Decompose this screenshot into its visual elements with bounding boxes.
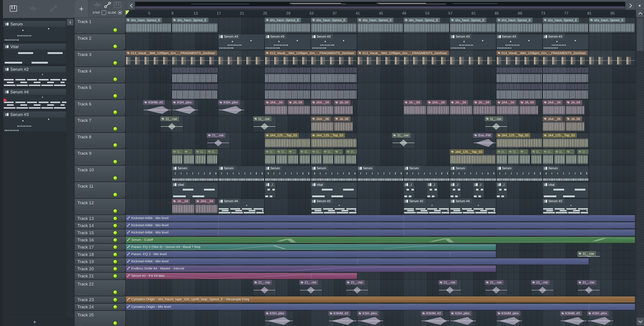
track-header[interactable]: Track 8... xyxy=(75,133,125,149)
track-header[interactable]: Track 21 xyxy=(75,273,125,279)
audio-clip[interactable]: 013_Vocal__Wet_120bpm_Gm_-_FRAGMENTS_Zen… xyxy=(265,51,357,66)
audio-clip[interactable]: 013_Vocal__Wet_120bpm_Gm_-_FRAGMENTS_Zen… xyxy=(357,51,496,66)
track-header[interactable]: Track 25... xyxy=(75,311,125,326)
pattern-clip[interactable]: Serum #4 xyxy=(450,199,496,215)
audio-clip[interactable]: shs_haun..Sprout_E xyxy=(265,18,311,33)
automation-clip[interactable]: Param. EQ 2 - Mix level xyxy=(126,251,496,257)
audio-clip[interactable]: D.. xyxy=(172,149,183,165)
audio-clip[interactable]: JA.._04 xyxy=(404,100,426,116)
pattern-header[interactable]: Serum #2 xyxy=(3,66,66,73)
audio-clip[interactable]: JA..04 xyxy=(288,100,310,116)
automation-clip[interactable]: Serum - Cutoff xyxy=(126,237,635,243)
audio-clip[interactable]: JA..04 xyxy=(334,100,354,116)
track-options-dots[interactable]: ... xyxy=(77,291,82,295)
pattern-clip[interactable]: ..l xyxy=(496,182,508,198)
playlist-grid[interactable]: shs_haun..Sprout_Eshs_haun..Sprout_Eshs_… xyxy=(126,18,636,326)
track-mute-led[interactable] xyxy=(113,28,117,32)
piano-roll-icon[interactable] xyxy=(114,2,121,9)
track-mute-led[interactable] xyxy=(113,110,117,114)
audio-clip[interactable]: JA4.._04 xyxy=(265,100,288,116)
automation-clip[interactable]: Endless Smile 64 - Master - Intensit xyxy=(126,266,496,272)
track-options-dots[interactable]: ... xyxy=(77,177,82,181)
audio-clip[interactable] xyxy=(496,67,542,83)
playlist-minimap-scrollbar[interactable] xyxy=(135,2,625,10)
pattern-clip[interactable]: Serum xyxy=(450,166,496,182)
track-options-dots[interactable]: ... xyxy=(77,210,82,214)
timeline-ruler[interactable]: 5913172125293337414549535761656973778185 xyxy=(126,10,636,18)
piano-roll-icon[interactable] xyxy=(8,4,18,14)
zoom-reset-button[interactable] xyxy=(636,2,644,10)
track-options-dots[interactable]: ... xyxy=(77,144,82,148)
picker-mode-button[interactable]: I xyxy=(67,19,74,26)
audio-clip[interactable]: JA.._04 xyxy=(450,100,473,116)
audio-clip[interactable] xyxy=(172,67,218,83)
track-mute-led[interactable] xyxy=(113,217,117,220)
track-header[interactable]: Track 19 xyxy=(75,258,125,265)
audio-clip[interactable]: JA..06 xyxy=(334,116,354,132)
automation-clip[interactable]: Serum #2 - FX Fil Wet xyxy=(126,273,357,279)
pattern-clip[interactable]: Vital xyxy=(543,182,589,198)
track-header[interactable]: Track 14 xyxy=(75,222,125,229)
track-header[interactable]: Track 15 xyxy=(75,230,125,236)
track-header[interactable]: Track 10... xyxy=(75,166,125,182)
automation-clip[interactable]: Kickstart-64bit - Mix level xyxy=(126,258,589,265)
track-mute-led[interactable] xyxy=(113,274,117,278)
automation-clip[interactable]: Kickstart-64bit - Mix level xyxy=(126,222,635,229)
audio-clip[interactable]: 11_..rse xyxy=(577,251,600,257)
pattern-clip[interactable]: Vital xyxy=(311,182,357,198)
track-mute-led[interactable] xyxy=(113,245,117,249)
pattern-clip[interactable]: Serum xyxy=(404,166,450,182)
audio-clip[interactable]: D.. xyxy=(577,149,588,165)
audio-clip[interactable]: 11_..rse xyxy=(485,116,508,132)
track-mute-led[interactable] xyxy=(113,176,117,180)
audio-clip[interactable]: D.. xyxy=(300,149,310,165)
audio-clip[interactable]: 21_..rse xyxy=(253,280,276,296)
pattern-clip[interactable]: ..l xyxy=(265,182,276,198)
audio-clip[interactable] xyxy=(265,84,311,99)
pattern-clip[interactable]: Serum xyxy=(172,166,218,182)
automation-clip[interactable]: Cymatics Origin - shs_haunt_tape_105_syn… xyxy=(126,296,635,303)
pattern-header[interactable]: Serum #3 xyxy=(3,111,66,118)
track-mute-led[interactable] xyxy=(113,305,117,309)
audio-clip[interactable] xyxy=(265,67,311,83)
pattern-clip[interactable]: ..l xyxy=(427,182,438,198)
audio-clip[interactable]: shs_haun..Sprout_E xyxy=(450,18,496,33)
audio-clip[interactable]: D.. xyxy=(496,149,508,165)
audio-clip[interactable]: JA4.._04 xyxy=(195,199,218,215)
audio-clip[interactable] xyxy=(311,67,357,83)
track-header[interactable]: Track 12... xyxy=(75,199,125,215)
track-mute-led[interactable] xyxy=(113,160,117,164)
audio-clip[interactable]: JA..04 xyxy=(520,100,539,116)
pattern-clip[interactable]: Serum #3 xyxy=(265,34,311,50)
pattern-item[interactable]: Vital xyxy=(3,43,66,64)
audio-clip[interactable]: JA4.._06 xyxy=(311,116,334,132)
track-mute-led[interactable] xyxy=(113,260,117,264)
pattern-clip[interactable]: Serum #3 xyxy=(450,34,496,50)
vertical-scrollbar[interactable] xyxy=(636,18,644,326)
audio-clip[interactable]: .. xyxy=(566,149,577,165)
audio-clip[interactable]: shs_haun..Sprout_E xyxy=(404,18,450,33)
track-options-dots[interactable]: ... xyxy=(77,322,82,326)
audio-clip[interactable]: D.. xyxy=(276,149,287,165)
audio-clip[interactable]: D.. xyxy=(531,149,542,165)
pattern-item[interactable]: Serum #3 xyxy=(3,111,66,132)
track-mute-led[interactable] xyxy=(113,238,117,242)
audio-clip[interactable]: JA4_125.._Top_03 xyxy=(265,133,311,149)
slide-radio[interactable] xyxy=(118,11,122,15)
track-header[interactable]: Track 18 xyxy=(75,251,125,258)
track-header[interactable]: Track 11... xyxy=(75,182,125,198)
audio-clip[interactable]: KSHM..#2 xyxy=(560,311,587,326)
audio-clip[interactable]: JA4_125.._Top_03 xyxy=(496,133,542,149)
audio-clip[interactable]: 11_..rse xyxy=(160,116,183,132)
track-header[interactable]: Track 22... xyxy=(75,280,125,296)
audio-clip[interactable]: JA4_125.._Top_03 xyxy=(543,133,589,149)
pattern-header[interactable]: Serum xyxy=(3,21,66,27)
track-header[interactable]: Track 3... xyxy=(75,51,125,67)
track-header[interactable]: Track 13 xyxy=(75,215,125,222)
audio-clip[interactable] xyxy=(311,84,357,99)
audio-clip[interactable]: JA4_125.._Top_03 xyxy=(450,149,496,165)
audio-clip[interactable]: 21_..rse xyxy=(531,280,554,296)
track-header[interactable]: Track 4... xyxy=(75,67,125,83)
track-header[interactable]: Track 16 xyxy=(75,237,125,243)
pattern-clip[interactable]: Serum xyxy=(543,166,589,182)
